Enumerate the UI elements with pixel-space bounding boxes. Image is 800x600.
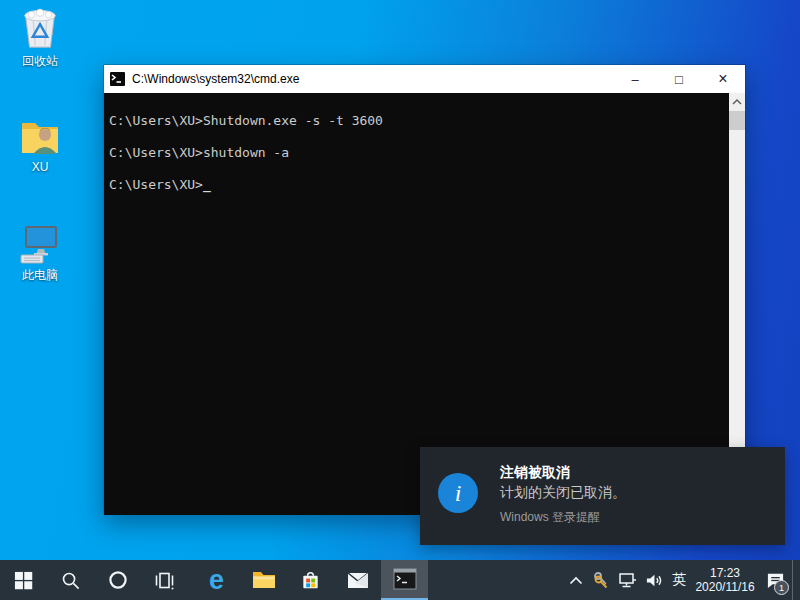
desktop-icon-recycle-bin[interactable]: 回收站 [2,6,78,68]
notification-badge: 1 [774,580,789,595]
cmd-icon [110,72,125,86]
task-view-icon [153,570,176,591]
language-indicator[interactable]: 英 [666,560,692,600]
start-button[interactable] [0,560,47,600]
text-cursor: _ [203,177,211,192]
show-desktop-button[interactable] [792,560,800,600]
scroll-up-button[interactable] [729,93,745,110]
cmd-window-titlebar[interactable]: C:\Windows\system32\cmd.exe – □ × [104,65,745,93]
this-pc-icon [17,220,63,266]
action-center-button[interactable]: 1 [758,560,792,600]
user-folder-icon [18,112,62,158]
cmd-taskbar-icon [392,568,418,590]
search-button[interactable] [47,560,94,600]
prompt-text: C:\Users\XU> [109,177,203,192]
store-button[interactable] [287,560,334,600]
info-icon: i [438,473,478,545]
close-icon: × [718,70,727,88]
desktop-icon-label: 回收站 [22,55,58,68]
maximize-button[interactable]: □ [657,65,701,93]
mail-button[interactable] [334,560,381,600]
scrollbar-thumb[interactable] [729,111,745,130]
cmd-taskbar-button[interactable] [381,560,428,600]
recycle-bin-icon [19,6,61,52]
clock-time: 17:23 [710,566,740,580]
network-icon [618,572,637,589]
tray-network-button[interactable] [614,560,640,600]
file-explorer-button[interactable] [240,560,287,600]
notification-toast[interactable]: i 注销被取消 计划的关闭已取消。 Windows 登录提醒 [420,447,785,545]
task-view-button[interactable] [141,560,188,600]
start-icon [14,571,33,590]
store-icon [299,569,322,592]
scroll-up-icon [732,99,742,105]
language-label: 英 [672,571,686,589]
file-explorer-icon [252,570,276,590]
cortana-icon [107,569,129,591]
clock-date: 2020/11/16 [695,580,754,594]
toast-attribution: Windows 登录提醒 [500,509,626,525]
minimize-icon: – [631,72,638,87]
close-button[interactable]: × [701,65,745,93]
window-title: C:\Windows\system32\cmd.exe [132,72,613,86]
clock[interactable]: 17:23 2020/11/16 [692,560,758,600]
keys-icon [592,571,610,589]
edge-button[interactable]: e [193,560,240,600]
console-line-prompt: C:\Users\XU>_ [109,177,725,193]
toast-body: 计划的关闭已取消。 [500,482,626,502]
toast-title: 注销被取消 [500,462,626,482]
tray-keys-button[interactable] [588,560,614,600]
console-line: C:\Users\XU>Shutdown.exe -s -t 3600 [109,113,725,129]
search-icon [60,570,81,591]
edge-icon: e [209,567,224,594]
taskbar: e [0,560,800,600]
cortana-button[interactable] [94,560,141,600]
desktop-icon-this-pc[interactable]: 此电脑 [2,220,78,282]
desktop-icon-label: 此电脑 [22,269,58,282]
maximize-icon: □ [675,72,683,87]
minimize-button[interactable]: – [613,65,657,93]
desktop-icon-user-folder[interactable]: XU [2,112,78,174]
chevron-up-icon [569,576,583,585]
volume-icon [644,572,663,589]
console-line: C:\Users\XU>shutdown -a [109,145,725,161]
tray-volume-button[interactable] [640,560,666,600]
mail-icon [346,571,370,590]
desktop-icon-label: XU [32,161,49,174]
info-glyph: i [455,480,462,507]
tray-chevron-button[interactable] [564,560,588,600]
